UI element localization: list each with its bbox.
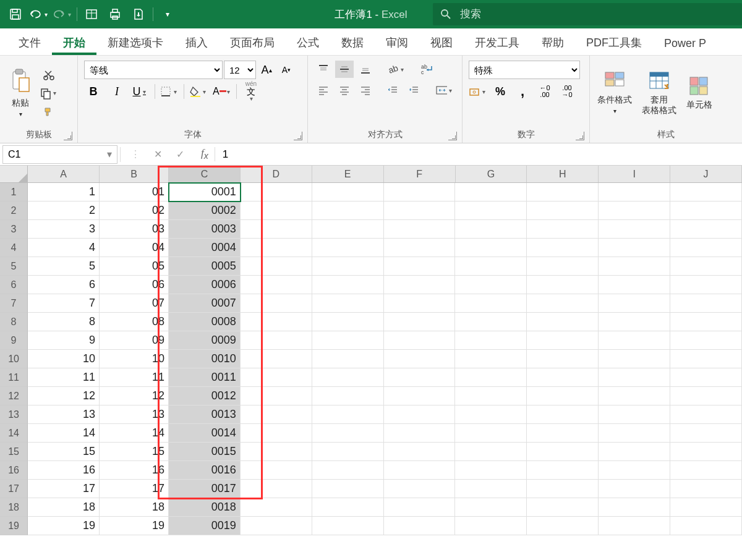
cell-B12[interactable]: 12 <box>100 387 169 405</box>
cell-J14[interactable] <box>670 424 742 443</box>
cell-I16[interactable] <box>599 461 670 480</box>
cell-E18[interactable] <box>312 498 384 517</box>
cell-F7[interactable] <box>384 294 456 313</box>
cell-A10[interactable]: 10 <box>28 350 100 368</box>
cell-D17[interactable] <box>241 480 312 498</box>
name-box[interactable]: C1 ▾ <box>2 145 117 164</box>
cell-J13[interactable] <box>670 405 742 424</box>
cell-C8[interactable]: 0008 <box>169 313 241 331</box>
cell-B2[interactable]: 02 <box>100 202 169 220</box>
wrap-text-button[interactable]: abc <box>418 61 437 78</box>
font-name-select[interactable]: 等线 <box>84 61 223 79</box>
cell-B11[interactable]: 11 <box>100 368 169 387</box>
cell-C1[interactable]: 0001 <box>169 183 241 202</box>
cell-G14[interactable] <box>455 424 527 443</box>
orientation-button[interactable]: ab▾ <box>387 61 406 78</box>
tab-页面布局[interactable]: 页面布局 <box>219 30 286 55</box>
cell-F4[interactable] <box>384 239 456 257</box>
cell-J8[interactable] <box>670 313 742 331</box>
cell-E16[interactable] <box>312 461 384 480</box>
cell-E5[interactable] <box>312 257 384 276</box>
cell-G1[interactable] <box>455 183 527 202</box>
cell-F8[interactable] <box>384 313 456 331</box>
cell-B8[interactable]: 08 <box>100 313 169 331</box>
cell-I13[interactable] <box>599 405 670 424</box>
cell-I6[interactable] <box>599 276 670 294</box>
cell-J7[interactable] <box>670 294 742 313</box>
align-middle-icon[interactable] <box>335 61 354 78</box>
row-header-6[interactable]: 6 <box>0 276 28 294</box>
border-button[interactable]: ▾ <box>160 83 179 100</box>
cell-A14[interactable]: 14 <box>28 424 100 443</box>
cell-G7[interactable] <box>455 294 527 313</box>
tab-视图[interactable]: 视图 <box>419 30 464 55</box>
col-header-E[interactable]: E <box>312 166 384 182</box>
cell-H15[interactable] <box>527 443 599 461</box>
cell-C5[interactable]: 0005 <box>169 257 241 276</box>
formula-value[interactable]: 1 <box>215 148 236 161</box>
cell-G11[interactable] <box>455 368 527 387</box>
align-bottom-icon[interactable] <box>356 61 375 78</box>
cell-B13[interactable]: 13 <box>100 405 169 424</box>
cell-B4[interactable]: 04 <box>100 239 169 257</box>
cell-D9[interactable] <box>241 331 312 350</box>
cell-A3[interactable]: 3 <box>28 220 100 239</box>
bold-button[interactable]: B <box>84 83 103 100</box>
cell-F16[interactable] <box>384 461 456 480</box>
number-dialog-icon[interactable] <box>576 132 584 140</box>
row-header-14[interactable]: 14 <box>0 424 28 443</box>
cell-H1[interactable] <box>527 183 599 202</box>
cell-A7[interactable]: 7 <box>28 294 100 313</box>
cell-G12[interactable] <box>455 387 527 405</box>
tab-PDF工具集[interactable]: PDF工具集 <box>575 30 653 55</box>
row-header-11[interactable]: 11 <box>0 368 28 387</box>
cell-H17[interactable] <box>527 480 599 498</box>
cell-G19[interactable] <box>455 517 527 535</box>
row-header-12[interactable]: 12 <box>0 387 28 405</box>
spreadsheet-grid[interactable]: ABCDEFGHIJ 11010001220200023303000344040… <box>0 166 742 535</box>
col-header-A[interactable]: A <box>28 166 100 182</box>
cell-E1[interactable] <box>312 183 384 202</box>
row-header-17[interactable]: 17 <box>0 480 28 498</box>
cell-E8[interactable] <box>312 313 384 331</box>
cell-D1[interactable] <box>241 183 312 202</box>
cell-B16[interactable]: 16 <box>100 461 169 480</box>
cell-F11[interactable] <box>384 368 456 387</box>
cell-A8[interactable]: 8 <box>28 313 100 331</box>
cell-C14[interactable]: 0014 <box>169 424 241 443</box>
cell-H19[interactable] <box>527 517 599 535</box>
cell-F12[interactable] <box>384 387 456 405</box>
cell-F18[interactable] <box>384 498 456 517</box>
align-center-icon[interactable] <box>335 82 354 99</box>
cell-G3[interactable] <box>455 220 527 239</box>
cell-D12[interactable] <box>241 387 312 405</box>
cell-H9[interactable] <box>527 331 599 350</box>
tab-文件[interactable]: 文件 <box>7 30 52 55</box>
underline-button[interactable]: U▾ <box>131 83 150 100</box>
save-button[interactable] <box>5 4 26 24</box>
cell-C17[interactable]: 0017 <box>169 480 241 498</box>
row-header-19[interactable]: 19 <box>0 517 28 535</box>
cell-H8[interactable] <box>527 313 599 331</box>
cell-F10[interactable] <box>384 350 456 368</box>
enter-formula-icon[interactable]: ✓ <box>171 148 189 160</box>
cell-F1[interactable] <box>384 183 456 202</box>
cell-D8[interactable] <box>241 313 312 331</box>
cell-G18[interactable] <box>455 498 527 517</box>
conditional-format-button[interactable]: 条件格式▾ <box>594 58 636 128</box>
tab-审阅[interactable]: 审阅 <box>375 30 419 55</box>
cell-A13[interactable]: 13 <box>28 405 100 424</box>
cell-F19[interactable] <box>384 517 456 535</box>
cell-G8[interactable] <box>455 313 527 331</box>
cell-B19[interactable]: 19 <box>100 517 169 535</box>
cell-F5[interactable] <box>384 257 456 276</box>
row-header-8[interactable]: 8 <box>0 313 28 331</box>
cell-C4[interactable]: 0004 <box>169 239 241 257</box>
col-header-C[interactable]: C <box>169 166 241 182</box>
cell-J12[interactable] <box>670 387 742 405</box>
cell-J4[interactable] <box>670 239 742 257</box>
cell-F2[interactable] <box>384 202 456 220</box>
cell-H6[interactable] <box>527 276 599 294</box>
cell-B7[interactable]: 07 <box>100 294 169 313</box>
cell-G15[interactable] <box>455 443 527 461</box>
